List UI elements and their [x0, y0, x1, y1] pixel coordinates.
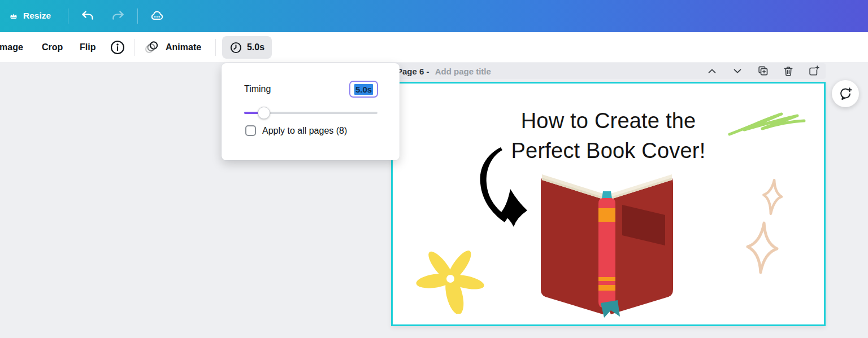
- topbar: Resize: [0, 0, 868, 32]
- page-controls: [706, 65, 820, 77]
- delete-page-button[interactable]: [782, 65, 795, 77]
- animate-button[interactable]: Animate: [144, 32, 201, 62]
- redo-icon: [111, 10, 125, 22]
- sparkle-large-element[interactable]: [744, 220, 780, 275]
- cloud-icon: [150, 10, 164, 22]
- info-icon: [110, 39, 125, 55]
- add-comment-button[interactable]: [832, 80, 859, 107]
- duplicate-page-button[interactable]: [757, 65, 769, 77]
- move-page-up-button[interactable]: [706, 65, 718, 77]
- heading-line-2: Perfect Book Cover!: [393, 136, 824, 166]
- timing-button[interactable]: 5.0s: [222, 36, 272, 59]
- image-tool-label: mage: [0, 42, 23, 52]
- timing-button-label: 5.0s: [247, 42, 264, 52]
- page-header: Page 6 - Add page title: [391, 63, 826, 79]
- resize-label: Resize: [23, 11, 51, 21]
- sparkle-small-element[interactable]: [760, 178, 785, 216]
- timing-label: Timing: [244, 84, 271, 94]
- page-title-input[interactable]: Add page title: [435, 67, 706, 76]
- add-page-button[interactable]: [808, 65, 820, 77]
- image-tool-button[interactable]: mage: [0, 32, 23, 62]
- flip-button[interactable]: Flip: [80, 32, 96, 62]
- apply-all-label: Apply to all pages (8): [262, 126, 347, 136]
- apply-all-row: Apply to all pages (8): [245, 125, 347, 136]
- apply-all-checkbox[interactable]: [245, 125, 256, 136]
- cloud-sync-button[interactable]: [147, 6, 167, 26]
- crown-icon: [9, 12, 18, 20]
- resize-button[interactable]: Resize: [9, 5, 51, 27]
- undo-button[interactable]: [77, 6, 98, 26]
- context-toolbar: mage Crop Flip Animate 5.0s: [0, 32, 868, 62]
- topbar-separator: [137, 8, 138, 24]
- redo-button[interactable]: [108, 6, 128, 26]
- workspace: Page 6 - Add page title: [0, 62, 868, 338]
- timing-row: Timing 5.0s: [244, 81, 378, 98]
- animate-label: Animate: [166, 42, 201, 52]
- page-number-label: Page 6 -: [397, 67, 432, 76]
- toolbar-separator: [215, 39, 216, 56]
- crop-button[interactable]: Crop: [42, 32, 63, 62]
- canva-editor: Resize mage Crop Flip: [0, 0, 868, 338]
- animate-icon: [144, 41, 160, 54]
- add-comment-icon: [838, 86, 853, 101]
- timing-popover: Timing 5.0s Apply to all pages (8): [222, 63, 400, 160]
- timing-slider-fill: [244, 112, 264, 114]
- topbar-separator: [68, 8, 68, 24]
- toolbar-separator: [134, 39, 135, 56]
- undo-icon: [81, 10, 94, 22]
- duration-value: 5.0s: [354, 84, 373, 95]
- timing-slider[interactable]: [244, 112, 377, 114]
- crop-label: Crop: [42, 42, 63, 52]
- move-page-down-button[interactable]: [731, 65, 744, 77]
- flower-element[interactable]: [415, 247, 490, 314]
- duration-input[interactable]: 5.0s: [349, 81, 378, 98]
- arrow-element[interactable]: [475, 146, 532, 228]
- design-page[interactable]: How to Create the Perfect Book Cover!: [391, 82, 826, 326]
- flip-label: Flip: [80, 42, 96, 52]
- book-illustration[interactable]: [536, 166, 678, 318]
- green-scribble-element[interactable]: [725, 106, 807, 137]
- timing-slider-thumb[interactable]: [258, 107, 270, 119]
- info-button[interactable]: [108, 38, 127, 56]
- clock-icon: [229, 41, 242, 54]
